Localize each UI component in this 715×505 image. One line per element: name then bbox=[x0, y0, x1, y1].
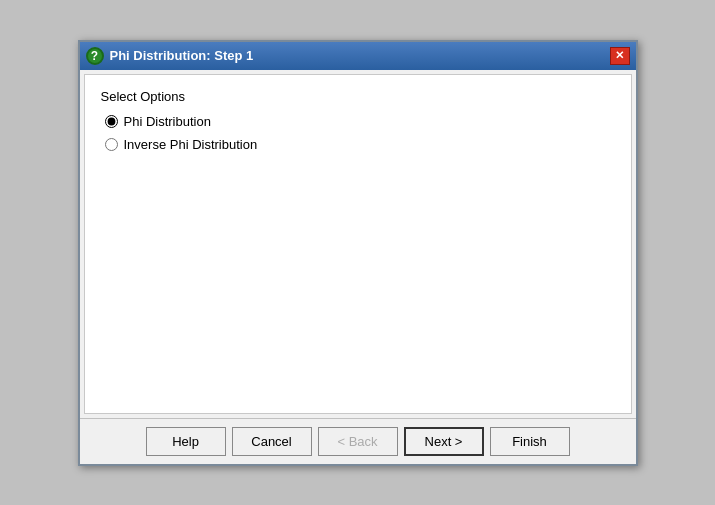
finish-button[interactable]: Finish bbox=[490, 427, 570, 456]
window-title: Phi Distribution: Step 1 bbox=[110, 48, 254, 63]
section-label: Select Options bbox=[101, 89, 615, 104]
radio-group: Phi Distribution Inverse Phi Distributio… bbox=[105, 114, 615, 152]
title-bar: ? Phi Distribution: Step 1 ✕ bbox=[80, 42, 636, 70]
title-bar-left: ? Phi Distribution: Step 1 bbox=[86, 47, 254, 65]
next-button[interactable]: Next > bbox=[404, 427, 484, 456]
radio-phi-label: Phi Distribution bbox=[124, 114, 211, 129]
window-icon: ? bbox=[86, 47, 104, 65]
button-bar: Help Cancel < Back Next > Finish bbox=[80, 418, 636, 464]
content-area: Select Options Phi Distribution Inverse … bbox=[84, 74, 632, 414]
radio-phi[interactable] bbox=[105, 115, 118, 128]
help-button[interactable]: Help bbox=[146, 427, 226, 456]
radio-inverse-phi-label: Inverse Phi Distribution bbox=[124, 137, 258, 152]
main-window: ? Phi Distribution: Step 1 ✕ Select Opti… bbox=[78, 40, 638, 466]
close-button[interactable]: ✕ bbox=[610, 47, 630, 65]
radio-item-inverse-phi[interactable]: Inverse Phi Distribution bbox=[105, 137, 615, 152]
radio-inverse-phi[interactable] bbox=[105, 138, 118, 151]
cancel-button[interactable]: Cancel bbox=[232, 427, 312, 456]
radio-item-phi[interactable]: Phi Distribution bbox=[105, 114, 615, 129]
back-button[interactable]: < Back bbox=[318, 427, 398, 456]
